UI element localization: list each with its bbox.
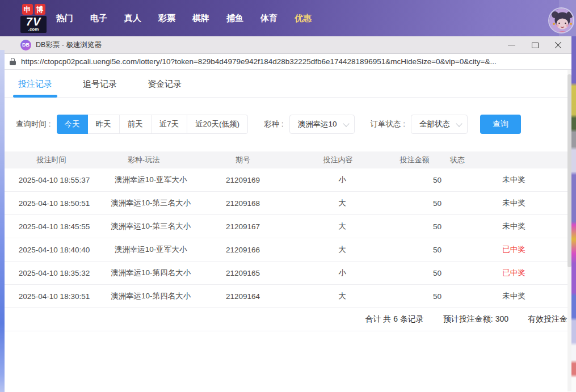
table-row: 2025-04-10 18:35:32 澳洲幸运10-第四名大小 2120916… (5, 262, 567, 285)
cell-game-play: 澳洲幸运10-第三名大小 (104, 221, 197, 231)
time-range-option[interactable]: 近7天 (151, 115, 187, 133)
filter-bar: 查询时间 : 今天 昨天 前天 近7天 近20天(低频) 彩种 : (5, 115, 567, 134)
table-header-cell: 状态 (450, 155, 465, 165)
maximize-icon[interactable] (531, 41, 539, 49)
cell-issue-no: 21209169 (197, 176, 288, 184)
browser-window: DB DB彩票 - 极速浏览器 https://ctopcp02pcali.ue… (0, 36, 571, 392)
url-text[interactable]: https://ctopcp02pcali.uengi5e.com/lotter… (21, 57, 497, 66)
cell-issue-no: 21209168 (197, 199, 288, 208)
logo-badges: 申 博 (20, 4, 47, 15)
cell-bet-content: 大 (288, 198, 396, 208)
cell-game-play: 澳洲幸运10-亚军大小 (104, 175, 197, 185)
cell-status: 未中奖 (478, 291, 549, 301)
cell-bet-time: 2025-04-10 18:45:55 (5, 222, 104, 231)
time-range-option[interactable]: 今天 (57, 115, 88, 134)
user-avatar[interactable] (548, 7, 574, 33)
nav-item[interactable]: 优惠 (294, 13, 312, 24)
lock-icon (10, 58, 16, 66)
nav-item[interactable]: 热门 (56, 13, 74, 24)
page-edge-right (571, 36, 576, 392)
close-icon[interactable] (554, 41, 562, 49)
site-logo[interactable]: 申 博 7V .com (20, 4, 47, 33)
browser-titlebar[interactable]: DB DB彩票 - 极速浏览器 (0, 36, 571, 53)
window-controls (507, 36, 562, 53)
cell-bet-time: 2025-04-10 18:50:51 (5, 199, 104, 208)
summary-total: 合计 共 6 条记录 (365, 314, 423, 324)
time-range-option[interactable]: 昨天 (88, 115, 119, 133)
record-tab[interactable]: 投注记录 (17, 70, 53, 98)
logo-char-2: 博 (35, 4, 45, 15)
nav-item[interactable]: 电子 (90, 13, 108, 24)
table-summary: 合计 共 6 条记录 预计投注金额: 300 有效投注金 (5, 308, 567, 331)
lottery-select-value: 澳洲幸运10 (298, 119, 337, 129)
table-header-cell: 彩种-玩法 (98, 155, 189, 165)
scrollbar-thumb[interactable] (567, 74, 571, 267)
cell-bet-time: 2025-04-10 18:40:40 (5, 246, 104, 254)
time-filter-label: 查询时间 : (16, 119, 51, 129)
time-range-option[interactable]: 前天 (119, 115, 151, 133)
record-tab[interactable]: 追号记录 (82, 70, 118, 98)
window-title: DB彩票 - 极速浏览器 (36, 40, 102, 50)
lottery-select[interactable]: 澳洲幸运10 (289, 115, 355, 134)
lottery-filter-label: 彩种 : (264, 119, 284, 129)
nav-item[interactable]: 真人 (124, 13, 142, 24)
records-panel: 投注记录 追号记录 资金记录 查询时间 : 今天 昨天 前天 (5, 70, 567, 331)
table-header-cell: 投注内容 (297, 155, 379, 165)
top-navbar: 申 博 7V .com 热门 电子 真人 彩票 棋牌 捕鱼 体育 优惠 (0, 0, 576, 36)
cell-bet-content: 大 (288, 221, 396, 231)
record-tab[interactable]: 资金记录 (146, 70, 183, 98)
nav-item[interactable]: 彩票 (158, 13, 176, 24)
time-range-option[interactable]: 近20天(低频) (187, 115, 247, 133)
cell-status: 已中奖 (478, 268, 549, 278)
status-filter-label: 订单状态 : (371, 119, 406, 129)
logo-domain: .com (22, 27, 45, 32)
logo-char-1: 申 (22, 4, 33, 15)
chevron-down-icon (343, 120, 349, 127)
cell-status: 未中奖 (478, 198, 549, 208)
cell-bet-time: 2025-04-10 18:55:37 (5, 176, 104, 184)
cell-bet-content: 大 (288, 291, 396, 301)
cell-issue-no: 21209165 (197, 269, 288, 277)
nav-item[interactable]: 棋牌 (192, 13, 210, 24)
table-header-cell: 期号 (189, 155, 297, 165)
table-row: 2025-04-10 18:40:40 澳洲幸运10-亚军大小 21209166… (5, 238, 567, 262)
table-body: 2025-04-10 18:55:37 澳洲幸运10-亚军大小 21209169… (5, 168, 567, 308)
cell-bet-time: 2025-04-10 18:30:51 (5, 292, 104, 301)
nav-item[interactable]: 捕鱼 (226, 13, 244, 24)
window-favicon: DB (20, 40, 31, 50)
cell-game-play: 澳洲幸运10-第四名大小 (104, 291, 197, 301)
table-row: 2025-04-10 18:30:51 澳洲幸运10-第四名大小 2120916… (5, 285, 567, 308)
time-range-group: 今天 昨天 前天 近7天 近20天(低频) (57, 115, 249, 134)
search-button[interactable]: 查询 (480, 115, 521, 134)
cell-bet-amount: 50 (396, 176, 478, 184)
cell-issue-no: 21209167 (197, 222, 288, 231)
minimize-icon[interactable] (507, 41, 516, 49)
chevron-down-icon (456, 120, 462, 127)
cell-game-play: 澳洲幸运10-亚军大小 (104, 245, 197, 255)
scrollbar[interactable] (567, 70, 571, 391)
page-viewport: 投注记录 追号记录 资金记录 查询时间 : 今天 昨天 前天 (0, 70, 571, 391)
order-status-select[interactable]: 全部状态 (411, 115, 468, 134)
summary-valid-amount: 有效投注金 (528, 314, 567, 324)
record-tabs: 投注记录 追号记录 资金记录 (5, 70, 567, 98)
table-header-cell: 投注金额 (379, 155, 450, 165)
table-header: 投注时间 彩种-玩法 期号 投注内容 投注金额 状态 (5, 151, 567, 168)
cell-bet-amount: 50 (396, 292, 478, 301)
logo-brand-block: 7V .com (20, 16, 47, 33)
table-header-cell: 投注时间 (5, 155, 98, 165)
nav-item[interactable]: 体育 (260, 13, 278, 24)
cell-bet-amount: 50 (396, 222, 478, 231)
cell-issue-no: 21209164 (197, 292, 288, 301)
order-status-value: 全部状态 (419, 119, 450, 129)
cell-game-play: 澳洲幸运10-第四名大小 (104, 268, 197, 278)
logo-brand: 7V (22, 16, 45, 27)
cell-bet-content: 大 (288, 245, 396, 255)
cell-status: 未中奖 (478, 175, 549, 185)
table-row: 2025-04-10 18:55:37 澳洲幸运10-亚军大小 21209169… (5, 168, 567, 192)
cell-bet-amount: 50 (396, 246, 478, 254)
table-row: 2025-04-10 18:45:55 澳洲幸运10-第三名大小 2120916… (5, 215, 567, 238)
cell-bet-content: 小 (288, 175, 396, 185)
browser-urlbar[interactable]: https://ctopcp02pcali.uengi5e.com/lotter… (0, 53, 571, 70)
cell-status: 已中奖 (478, 245, 549, 255)
page-edge-left (0, 50, 5, 392)
